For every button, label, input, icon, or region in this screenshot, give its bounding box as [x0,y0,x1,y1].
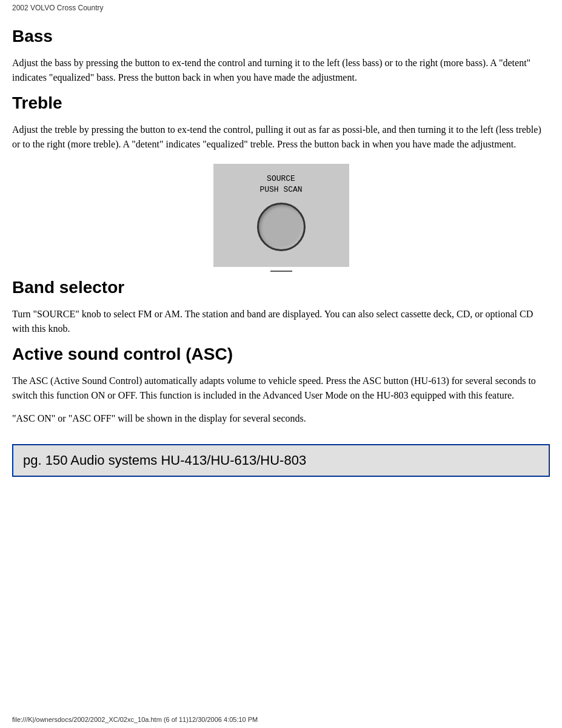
band-selector-paragraph: Turn "SOURCE" knob to select FM or AM. T… [12,307,550,336]
diagram-line2: PUSH SCAN [259,184,302,195]
page-label-text: pg. 150 Audio systems HU-413/HU-613/HU-8… [23,453,306,468]
radio-diagram-container: SOURCE PUSH SCAN [12,164,550,272]
header-title: 2002 VOLVO Cross Country [12,4,104,12]
bass-heading: Bass [12,27,550,46]
treble-paragraph: Adjust the treble by pressing the button… [12,123,550,152]
band-selector-heading: Band selector [12,278,550,297]
asc-heading: Active sound control (ASC) [12,345,550,364]
diagram-line1: SOURCE [259,174,302,184]
treble-heading: Treble [12,93,550,113]
radio-diagram: SOURCE PUSH SCAN [213,164,349,267]
page-label-box: pg. 150 Audio systems HU-413/HU-613/HU-8… [12,444,550,477]
asc-paragraph-2: "ASC ON" or "ASC OFF" will be shown in t… [12,411,550,426]
page-footer: file:///K|/ownersdocs/2002/2002_XC/02xc_… [12,716,258,723]
radio-knob-icon [257,203,306,251]
main-content: Bass Adjust the bass by pressing the but… [0,15,562,507]
diagram-caption-line [270,271,292,272]
asc-paragraph-1: The ASC (Active Sound Control) automatic… [12,374,550,403]
bass-paragraph: Adjust the bass by pressing the button t… [12,56,550,85]
diagram-text: SOURCE PUSH SCAN [259,174,302,195]
page-header: 2002 VOLVO Cross Country [0,0,562,15]
